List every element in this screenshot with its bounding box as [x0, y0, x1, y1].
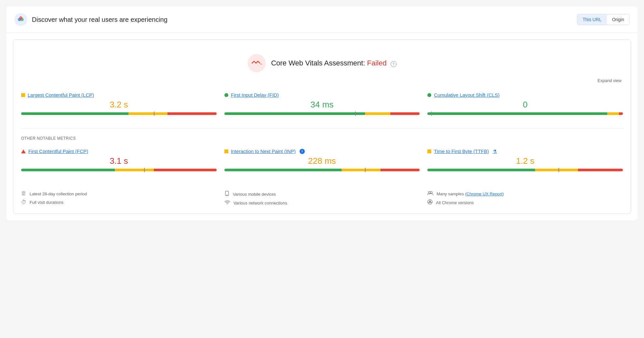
- core-metrics-grid: Largest Contentful Paint (LCP) 3.2 s Fir…: [21, 90, 623, 121]
- footer-grid: 🗓 Latest 28-day collection period ⏱ Full…: [21, 186, 623, 206]
- ttfb-status-icon: [427, 149, 431, 153]
- lcp-gauge-green: [21, 112, 128, 115]
- fid-label[interactable]: First Input Delay (FID): [224, 92, 420, 98]
- logo-icon: [14, 13, 27, 26]
- origin-button[interactable]: Origin: [607, 14, 629, 25]
- wifi-icon: [224, 200, 230, 206]
- ttfb-gauge-orange: [535, 169, 578, 171]
- lcp-gauge-red: [168, 112, 216, 115]
- fid-status-icon: [224, 93, 228, 97]
- ttfb-gauge-red: [578, 169, 623, 171]
- svg-point-6: [227, 204, 228, 204]
- ttfb-gauge-marker: [558, 168, 559, 172]
- svg-point-10: [429, 201, 431, 203]
- lcp-gauge-orange: [128, 112, 168, 115]
- fcp-metric: First Contentful Paint (FCP) 3.1 s: [21, 146, 217, 178]
- assessment-title: Core Web Vitals Assessment: Failed ?: [271, 59, 396, 67]
- mobile-icon: [224, 191, 230, 197]
- lcp-label[interactable]: Largest Contentful Paint (LCP): [21, 92, 217, 98]
- chrome-icon: [427, 199, 433, 206]
- expand-view[interactable]: Expand view: [21, 78, 623, 83]
- main-card: Core Web Vitals Assessment: Failed ? Exp…: [13, 39, 631, 214]
- cls-value: 0: [427, 100, 623, 110]
- cls-gauge-red: [619, 112, 623, 115]
- header-title: Discover what your real users are experi…: [32, 16, 168, 23]
- fcp-gauge-orange: [115, 169, 154, 171]
- other-metrics-label: OTHER NOTABLE METRICS: [21, 136, 623, 141]
- footer-network: Various network connections: [224, 200, 420, 206]
- crux-link[interactable]: Chrome UX Report: [466, 191, 503, 196]
- cls-gauge-orange: [607, 112, 619, 115]
- fid-value: 34 ms: [224, 100, 420, 110]
- ttfb-beaker-icon[interactable]: ⚗: [493, 149, 497, 154]
- fid-gauge: [224, 112, 420, 115]
- inp-status-icon: [224, 149, 228, 153]
- svg-marker-3: [261, 63, 262, 64]
- footer-chrome-versions: All Chrome versions: [427, 199, 623, 206]
- cls-label[interactable]: Cumulative Layout Shift (CLS): [427, 92, 623, 98]
- section-divider: [21, 128, 623, 128]
- inp-value: 228 ms: [224, 156, 420, 166]
- header: Discover what your real users are experi…: [7, 7, 637, 33]
- footer-collection-period: 🗓 Latest 28-day collection period: [21, 191, 217, 197]
- fcp-status-icon: [21, 149, 26, 153]
- fcp-gauge: [21, 169, 217, 171]
- fid-gauge-green: [224, 112, 365, 115]
- footer-col3: Many samples (Chrome UX Report) All Chro…: [427, 191, 623, 206]
- inp-label[interactable]: Interaction to Next Paint (INP) i: [224, 148, 420, 154]
- fcp-gauge-green: [21, 169, 115, 171]
- ttfb-gauge: [427, 169, 623, 171]
- header-left: Discover what your real users are experi…: [14, 13, 168, 26]
- this-url-button[interactable]: This URL: [577, 14, 607, 25]
- fcp-label[interactable]: First Contentful Paint (FCP): [21, 148, 217, 154]
- lcp-gauge: [21, 112, 217, 115]
- footer-full-visit: ⏱ Full visit durations: [21, 199, 217, 205]
- fid-gauge-marker: [355, 111, 356, 116]
- inp-info-icon[interactable]: i: [300, 149, 305, 154]
- calendar-icon: 🗓: [21, 191, 26, 197]
- url-origin-toggle[interactable]: This URL Origin: [577, 14, 630, 25]
- fid-gauge-orange: [365, 112, 390, 115]
- other-metrics-grid: First Contentful Paint (FCP) 3.1 s Inter…: [21, 146, 623, 178]
- ttfb-value: 1.2 s: [427, 156, 623, 166]
- svg-point-7: [428, 191, 430, 193]
- inp-gauge-orange: [342, 169, 381, 171]
- fid-gauge-red: [390, 112, 420, 115]
- footer-samples: Many samples (Chrome UX Report): [427, 191, 623, 197]
- ttfb-gauge-green: [427, 169, 535, 171]
- svg-point-8: [430, 191, 432, 193]
- cls-metric: Cumulative Layout Shift (CLS) 0: [427, 90, 623, 121]
- footer-col1: 🗓 Latest 28-day collection period ⏱ Full…: [21, 191, 217, 206]
- fcp-value: 3.1 s: [21, 156, 217, 166]
- inp-gauge-green: [224, 169, 342, 171]
- timer-icon: ⏱: [21, 199, 26, 205]
- lcp-status-icon: [21, 93, 25, 97]
- fid-metric: First Input Delay (FID) 34 ms: [224, 90, 420, 121]
- footer-col2: Various mobile devices Various network c…: [224, 191, 420, 206]
- ttfb-metric: Time to First Byte (TTFB) ⚗ 1.2 s: [427, 146, 623, 178]
- inp-gauge-marker: [365, 168, 366, 172]
- fcp-gauge-red: [154, 169, 216, 171]
- svg-line-12: [431, 202, 432, 203]
- inp-metric: Interaction to Next Paint (INP) i 228 ms: [224, 146, 420, 178]
- ttfb-label[interactable]: Time to First Byte (TTFB) ⚗: [427, 148, 623, 154]
- cls-gauge: [427, 112, 623, 115]
- inp-gauge-red: [381, 169, 420, 171]
- inp-gauge: [224, 169, 420, 171]
- svg-point-2: [19, 16, 22, 20]
- footer-mobile-devices: Various mobile devices: [224, 191, 420, 197]
- lcp-value: 3.2 s: [21, 100, 217, 110]
- assessment-header: Core Web Vitals Assessment: Failed ?: [21, 48, 623, 76]
- svg-line-13: [428, 202, 429, 203]
- people-icon: [427, 191, 433, 197]
- cls-status-icon: [427, 93, 431, 97]
- assessment-help-icon[interactable]: ?: [391, 61, 396, 67]
- lcp-metric: Largest Contentful Paint (LCP) 3.2 s: [21, 90, 217, 121]
- failed-icon: [248, 54, 266, 72]
- cls-gauge-green: [427, 112, 607, 115]
- main-container: Discover what your real users are experi…: [7, 7, 637, 220]
